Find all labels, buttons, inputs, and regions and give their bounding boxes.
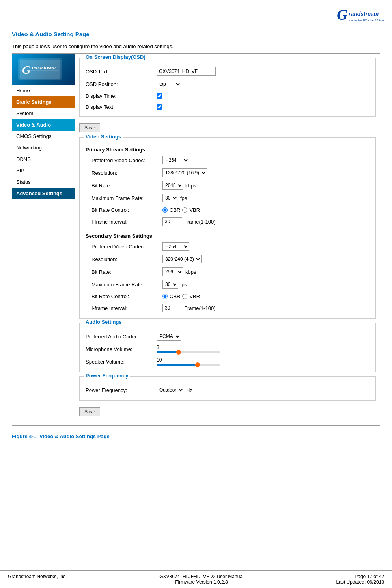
- primary-codec-select[interactable]: H264H263MJPEG: [162, 156, 189, 164]
- audio-codec-select[interactable]: PCMAPCMUG722: [157, 332, 181, 341]
- display-text-row: Display Text:: [84, 101, 371, 112]
- speaker-volume-label: Speaker Volume:: [86, 359, 157, 365]
- secondary-resolution-select[interactable]: 320*240 (4:3)640*4801280*720: [162, 255, 202, 263]
- sidebar-item-status[interactable]: Status: [12, 176, 75, 188]
- secondary-codec-select[interactable]: H264H263MJPEG: [162, 242, 189, 251]
- osd-save-wrapper: Save: [79, 121, 376, 137]
- secondary-iframe-row: I-frame Interval: Frame(1-100): [84, 302, 371, 314]
- audio-codec-row: Preferred Audio Codec: PCMAPCMUG722: [84, 330, 371, 343]
- primary-resolution-label: Resolution:: [91, 170, 162, 176]
- secondary-bitrate-select[interactable]: 2565121024: [162, 267, 183, 276]
- osd-text-control: [157, 67, 370, 76]
- mic-volume-control: 3: [157, 345, 370, 353]
- primary-resolution-control: 1280*720 (16:9)640*480320*240: [162, 168, 370, 177]
- primary-bitrate-unit: kbps: [185, 183, 196, 189]
- primary-fps-select[interactable]: 30251510: [162, 194, 178, 202]
- osd-position-row: OSD Position: top bottom off: [84, 78, 371, 90]
- footer-right: Page 17 of 42 Last Updated: 06/2013: [336, 574, 384, 585]
- osd-position-select[interactable]: top bottom off: [157, 80, 181, 88]
- footer-last-updated: Last Updated: 06/2013: [336, 579, 384, 585]
- primary-vbr-label: VBR: [189, 207, 200, 213]
- figure-caption: Figure 4-1: Video & Audio Settings Page: [0, 431, 392, 441]
- display-time-control: [157, 93, 370, 99]
- osd-position-label: OSD Position:: [86, 81, 157, 87]
- secondary-cbr-radio[interactable]: [162, 294, 168, 299]
- osd-section-title: On Screen Display(OSD): [84, 54, 147, 60]
- primary-iframe-unit: Frame(1-100): [184, 219, 215, 225]
- secondary-bitrate-control: 2565121024 kbps: [162, 267, 370, 276]
- primary-resolution-select[interactable]: 1280*720 (16:9)640*480320*240: [162, 168, 207, 177]
- display-text-checkbox[interactable]: [157, 104, 162, 110]
- power-freq-select[interactable]: Outdoor50Hz60Hz: [157, 386, 184, 394]
- sidebar-item-cmos-settings[interactable]: CMOS Settings: [12, 131, 75, 142]
- secondary-codec-row: Preferred Video Codec: H264H263MJPEG: [84, 240, 371, 253]
- speaker-volume-track[interactable]: [157, 364, 220, 366]
- secondary-fps-label: Maximum Frame Rate:: [91, 282, 162, 287]
- speaker-volume-thumb[interactable]: [195, 362, 200, 367]
- osd-section: On Screen Display(OSD) OSD Text: OSD Pos…: [79, 58, 376, 117]
- svg-text:randstream: randstream: [349, 11, 379, 17]
- primary-fps-label: Maximum Frame Rate:: [91, 195, 162, 201]
- mic-volume-label: Microphone Volume:: [86, 346, 157, 352]
- primary-vbr-radio[interactable]: [182, 207, 187, 213]
- sidebar-item-sip[interactable]: SIP: [12, 165, 75, 176]
- primary-brc-row: Bit Rate Control: CBR VBR: [84, 204, 371, 215]
- secondary-brc-label: Bit Rate Control:: [91, 293, 162, 299]
- osd-save-button[interactable]: Save: [79, 123, 100, 132]
- sidebar-item-basic-settings[interactable]: Basic Settings: [12, 96, 75, 108]
- secondary-brc-control: CBR VBR: [162, 293, 370, 299]
- mic-volume-fill: [157, 351, 179, 353]
- audio-section-body: Preferred Audio Codec: PCMAPCMUG722 Micr…: [80, 323, 375, 372]
- secondary-vbr-radio[interactable]: [182, 294, 187, 299]
- secondary-resolution-row: Resolution: 320*240 (4:3)640*4801280*720: [84, 253, 371, 265]
- bottom-save-button[interactable]: Save: [79, 407, 100, 416]
- osd-text-row: OSD Text:: [84, 65, 371, 78]
- speaker-volume-fill: [157, 364, 198, 366]
- secondary-iframe-control: Frame(1-100): [162, 304, 370, 312]
- secondary-fps-unit: fps: [180, 282, 187, 287]
- svg-text:Innovative IP Voice & Video: Innovative IP Voice & Video: [349, 19, 384, 22]
- audio-codec-control: PCMAPCMUG722: [157, 332, 370, 341]
- grandstream-logo: G randstream Innovative IP Voice & Video: [333, 3, 384, 27]
- secondary-iframe-label: I-frame Interval:: [91, 305, 162, 311]
- secondary-iframe-input[interactable]: [162, 304, 182, 312]
- primary-codec-row: Preferred Video Codec: H264H263MJPEG: [84, 154, 371, 166]
- primary-iframe-control: Frame(1-100): [162, 217, 370, 226]
- primary-cbr-radio[interactable]: [162, 207, 168, 213]
- sidebar-nav: Home Basic Settings System Video & Audio…: [12, 85, 75, 199]
- secondary-stream-title: Secondary Stream Settings: [84, 231, 371, 240]
- page-title: Video & Audio Setting Page: [0, 27, 392, 41]
- secondary-fps-select[interactable]: 30251510: [162, 280, 178, 289]
- secondary-resolution-label: Resolution:: [91, 256, 162, 262]
- speaker-volume-control: 10: [157, 357, 370, 366]
- sidebar-item-home[interactable]: Home: [12, 85, 75, 96]
- display-text-label: Display Text:: [86, 104, 157, 110]
- power-section: Power Frequency Power Frequency: Outdoor…: [79, 376, 376, 401]
- primary-bitrate-select[interactable]: 20481024512256: [162, 181, 183, 190]
- mic-volume-thumb[interactable]: [176, 350, 181, 355]
- primary-stream-title: Primary Stream Settings: [84, 145, 371, 154]
- secondary-brc-row: Bit Rate Control: CBR VBR: [84, 291, 371, 302]
- secondary-resolution-control: 320*240 (4:3)640*4801280*720: [162, 255, 370, 263]
- main-wrapper: G randstream Home Basic Settings System …: [12, 53, 380, 426]
- osd-text-input[interactable]: [157, 67, 216, 76]
- video-section: Video Settings Primary Stream Settings P…: [79, 137, 376, 319]
- display-time-checkbox[interactable]: [157, 93, 162, 99]
- secondary-bitrate-unit: kbps: [185, 269, 196, 275]
- primary-codec-control: H264H263MJPEG: [162, 156, 370, 164]
- mic-volume-value: 3: [157, 345, 220, 350]
- primary-iframe-input[interactable]: [162, 217, 182, 226]
- mic-volume-slider-container: 3: [157, 345, 220, 353]
- sidebar-item-ddns[interactable]: DDNS: [12, 153, 75, 165]
- secondary-codec-label: Preferred Video Codec:: [91, 244, 162, 250]
- display-text-control: [157, 104, 370, 110]
- sidebar: G randstream Home Basic Settings System …: [12, 54, 75, 425]
- secondary-bitrate-row: Bit Rate: 2565121024 kbps: [84, 265, 371, 278]
- sidebar-item-video-audio[interactable]: Video & Audio: [12, 119, 75, 131]
- display-time-row: Display Time:: [84, 90, 371, 101]
- sidebar-item-system[interactable]: System: [12, 108, 75, 119]
- sidebar-item-advanced-settings[interactable]: Advanced Settings: [12, 188, 75, 199]
- sidebar-item-networking[interactable]: Networking: [12, 142, 75, 153]
- mic-volume-track[interactable]: [157, 351, 220, 353]
- admin-header: G randstream: [12, 54, 75, 85]
